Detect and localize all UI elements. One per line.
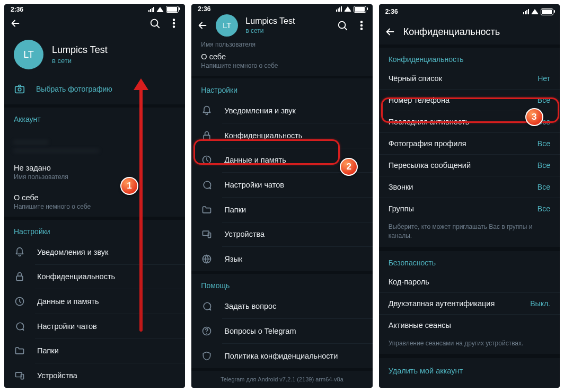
help-faq[interactable]: Вопросы о Telegram	[191, 319, 372, 343]
more-icon[interactable]	[168, 17, 180, 29]
app-bar: LT Lumpics Test в сети	[191, 14, 372, 37]
app-bar: Конфиденциальность	[379, 19, 560, 44]
data-icon	[14, 296, 25, 307]
svg-point-2	[173, 23, 175, 24]
section-account: Аккаунт	[4, 108, 185, 128]
profile-name: Lumpics Test	[52, 44, 108, 56]
status-bar: 2:36	[191, 4, 372, 14]
signal-icon	[336, 6, 342, 12]
back-icon[interactable]	[10, 17, 21, 29]
app-bar	[4, 15, 185, 33]
signal-icon	[523, 9, 529, 14]
profile-status: в сети	[52, 57, 108, 65]
chat-icon	[201, 179, 213, 191]
page-title: Конфиденциальность	[403, 26, 554, 38]
section-settings: Настройки	[4, 220, 185, 240]
row-two-step[interactable]: Двухэтапная аутентификацияВыкл.	[379, 293, 560, 314]
search-icon[interactable]	[337, 20, 348, 31]
row-passcode[interactable]: Код-пароль	[379, 271, 560, 292]
wifi-icon	[531, 9, 539, 14]
back-icon[interactable]	[197, 20, 208, 31]
section-help: Помощь	[191, 274, 372, 294]
devices-icon	[14, 370, 25, 381]
wifi-icon	[156, 7, 164, 12]
status-icons	[148, 6, 179, 13]
settings-chats[interactable]: Настройки чатов	[4, 314, 185, 338]
section-privacy: Конфиденциальность	[379, 48, 560, 68]
chat-icon	[201, 300, 213, 312]
svg-point-3	[173, 26, 175, 28]
annotation-badge-3: 3	[525, 108, 543, 126]
svg-point-12	[360, 24, 362, 26]
section-settings: Настройки	[191, 78, 372, 99]
battery-icon	[541, 8, 553, 15]
chat-icon	[14, 320, 25, 332]
status-bar: 2:36	[4, 4, 185, 15]
settings-chats[interactable]: Настройки чатов	[191, 173, 372, 197]
row-forward[interactable]: Пересылка сообщенийВсе	[379, 155, 560, 176]
devices-icon	[201, 228, 213, 240]
question-icon	[201, 325, 213, 337]
settings-data[interactable]: Данные и память	[4, 289, 185, 314]
status-time: 2:36	[385, 8, 398, 15]
shield-icon	[201, 350, 213, 362]
profile-name: Lumpics Test	[245, 16, 329, 26]
lock-icon	[14, 271, 25, 282]
back-icon[interactable]	[384, 26, 396, 38]
more-icon[interactable]	[356, 20, 367, 31]
row-profile-photo[interactable]: Фотография профиляВсе	[379, 133, 560, 154]
row-blacklist[interactable]: Чёрный списокНет	[379, 68, 560, 89]
settings-devices[interactable]: Устройства	[4, 363, 185, 388]
globe-icon	[201, 253, 213, 265]
profile-header: LT Lumpics Test в сети	[4, 32, 185, 78]
row-sessions[interactable]: Активные сеансы	[379, 315, 560, 336]
settings-notifications[interactable]: Уведомления и звук	[191, 99, 372, 123]
sessions-hint: Управление сеансами на других устройства…	[379, 336, 560, 354]
search-icon[interactable]	[149, 17, 161, 29]
svg-rect-4	[15, 87, 24, 93]
svg-rect-14	[204, 135, 210, 139]
folder-icon	[201, 204, 213, 216]
help-ask[interactable]: Задать вопрос	[191, 294, 372, 318]
status-time: 2:36	[198, 5, 210, 13]
account-phone-row[interactable]: ________ ________________________	[4, 128, 185, 157]
settings-folders[interactable]: Папки	[4, 338, 185, 363]
phone-3-privacy-settings: 2:36 Конфиденциальность Конфиденциальнос…	[379, 4, 560, 388]
avatar[interactable]: LT	[216, 14, 238, 37]
settings-devices[interactable]: Устройства	[191, 222, 372, 246]
status-bar: 2:36	[379, 4, 560, 19]
status-time: 2:36	[11, 6, 23, 13]
about-row[interactable]: О себе Напишите немного о себе	[191, 49, 372, 76]
signal-icon	[148, 7, 154, 12]
battery-icon	[166, 6, 179, 13]
svg-point-1	[173, 20, 175, 21]
bell-icon	[201, 105, 213, 117]
camera-icon	[14, 83, 25, 95]
settings-language[interactable]: Язык	[191, 247, 372, 271]
row-groups[interactable]: ГруппыВсе	[379, 198, 560, 219]
about-row[interactable]: О себе Напишите немного о себе	[4, 187, 185, 217]
section-security: Безопасность	[379, 251, 560, 271]
username-row[interactable]: Не задано Имя пользователя	[4, 157, 185, 187]
settings-folders[interactable]: Папки	[191, 198, 372, 222]
battery-icon	[354, 6, 366, 13]
data-icon	[201, 154, 213, 166]
profile-status: в сети	[245, 27, 329, 34]
settings-privacy[interactable]: Конфиденциальность	[191, 123, 372, 148]
wifi-icon	[344, 6, 351, 12]
delete-account-link[interactable]: Удалить мой аккаунт	[379, 358, 560, 384]
choose-photo-button[interactable]: Выбрать фотографию	[4, 78, 185, 104]
row-phone-number[interactable]: Номер телефонаВсе	[379, 90, 560, 111]
username-row[interactable]: Имя пользователя	[191, 37, 372, 49]
svg-rect-6	[16, 276, 23, 280]
settings-notifications[interactable]: Уведомления и звук	[4, 240, 185, 264]
version-footer: Telegram для Android v7.2.1 (2139) arm64…	[191, 371, 372, 388]
phone-2-settings-scrolled: 2:36 LT Lumpics Test в сети Имя пользова…	[191, 4, 372, 388]
avatar[interactable]: LT	[14, 40, 43, 69]
bell-icon	[14, 246, 25, 258]
settings-privacy[interactable]: Конфиденциальность	[4, 264, 185, 289]
help-policy[interactable]: Политика конфиденциальности	[191, 344, 372, 368]
row-calls[interactable]: ЗвонкиВсе	[379, 176, 560, 198]
lock-icon	[201, 130, 213, 141]
folder-icon	[14, 345, 25, 357]
